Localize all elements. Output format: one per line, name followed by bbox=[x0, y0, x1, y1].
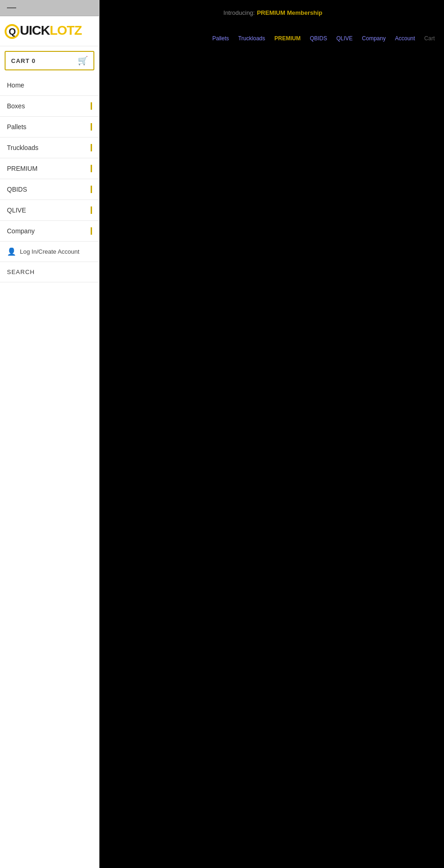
sidebar-item-home[interactable]: Home bbox=[0, 75, 99, 96]
top-nav-qbids[interactable]: QBIDS bbox=[310, 35, 327, 42]
nav-indicator bbox=[91, 206, 92, 214]
sidebar-item-pallets-label: Pallets bbox=[7, 123, 26, 131]
announcement-link[interactable]: PREMIUM Membership bbox=[257, 9, 322, 16]
top-nav-cart[interactable]: Cart bbox=[424, 35, 435, 42]
top-nav-company[interactable]: Company bbox=[362, 35, 386, 42]
nav-indicator bbox=[91, 123, 92, 131]
hamburger-icon bbox=[7, 7, 16, 8]
nav-indicator bbox=[91, 102, 92, 110]
sidebar-login[interactable]: 👤 Log In/Create Account bbox=[0, 242, 99, 262]
search-label: SEARCH bbox=[7, 269, 35, 275]
user-icon: 👤 bbox=[7, 247, 16, 256]
sidebar: QUICKLOTZ CART 0 🛒 Home Boxes Pallets Tr… bbox=[0, 0, 99, 868]
cart-label: CART 0 bbox=[11, 57, 36, 64]
logo: QUICKLOTZ bbox=[5, 23, 82, 37]
sidebar-item-premium[interactable]: PREMIUM bbox=[0, 158, 99, 179]
logo-q: Q bbox=[5, 24, 19, 39]
logo-lotz: LOTZ bbox=[49, 23, 81, 37]
sidebar-item-pallets[interactable]: Pallets bbox=[0, 117, 99, 137]
logo-quick: UICK bbox=[20, 23, 49, 37]
sidebar-logo: QUICKLOTZ bbox=[0, 16, 99, 46]
sidebar-item-premium-label: PREMIUM bbox=[7, 165, 37, 172]
top-nav-truckloads[interactable]: Truckloads bbox=[238, 35, 265, 42]
top-nav-qlive[interactable]: QLIVE bbox=[336, 35, 352, 42]
sidebar-item-boxes[interactable]: Boxes bbox=[0, 96, 99, 117]
cart-icon: 🛒 bbox=[78, 56, 88, 66]
cart-button[interactable]: CART 0 🛒 bbox=[5, 51, 94, 70]
sidebar-item-qlive-label: QLIVE bbox=[7, 206, 26, 214]
announcement-prefix: Introducing: bbox=[223, 9, 255, 16]
nav-indicator bbox=[91, 186, 92, 193]
sidebar-item-qlive[interactable]: QLIVE bbox=[0, 200, 99, 221]
nav-indicator bbox=[91, 227, 92, 235]
sidebar-item-company[interactable]: Company bbox=[0, 221, 99, 242]
nav-indicator bbox=[91, 144, 92, 151]
top-nav: Pallets Truckloads PREMIUM QBIDS QLIVE C… bbox=[102, 25, 444, 51]
sidebar-search[interactable]: SEARCH bbox=[0, 262, 99, 282]
sidebar-item-home-label: Home bbox=[7, 81, 24, 89]
sidebar-item-truckloads[interactable]: Truckloads bbox=[0, 137, 99, 158]
sidebar-item-company-label: Company bbox=[7, 227, 35, 235]
top-nav-premium[interactable]: PREMIUM bbox=[274, 35, 301, 42]
nav-indicator bbox=[91, 165, 92, 172]
sidebar-item-truckloads-label: Truckloads bbox=[7, 144, 38, 151]
login-label: Log In/Create Account bbox=[20, 248, 80, 255]
top-nav-account[interactable]: Account bbox=[395, 35, 415, 42]
sidebar-item-boxes-label: Boxes bbox=[7, 102, 25, 110]
announcement-bar: Introducing: PREMIUM Membership bbox=[102, 0, 444, 25]
menu-toggle-bar[interactable] bbox=[0, 0, 99, 16]
sidebar-item-qbids-label: QBIDS bbox=[7, 186, 27, 193]
top-nav-pallets[interactable]: Pallets bbox=[212, 35, 229, 42]
sidebar-nav: Home Boxes Pallets Truckloads PREMIUM QB… bbox=[0, 75, 99, 242]
sidebar-item-qbids[interactable]: QBIDS bbox=[0, 179, 99, 200]
